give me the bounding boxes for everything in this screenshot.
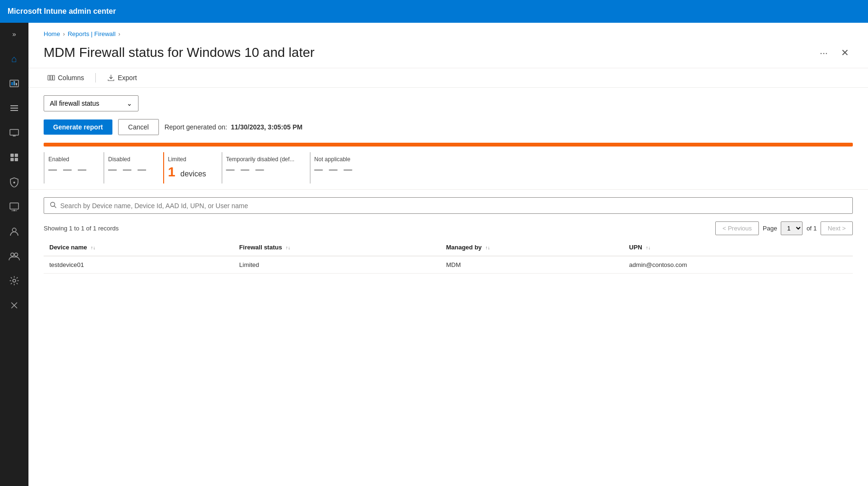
report-date-label: Report generated on: bbox=[165, 123, 227, 131]
stat-enabled-value: — — — bbox=[48, 165, 88, 174]
sidebar-item-close[interactable] bbox=[3, 294, 26, 317]
svg-point-20 bbox=[13, 279, 16, 282]
sidebar-item-settings[interactable] bbox=[3, 269, 26, 292]
sidebar-item-groups[interactable] bbox=[3, 245, 26, 267]
sidebar-item-reports[interactable] bbox=[3, 72, 26, 95]
stat-disabled-value: — — — bbox=[108, 165, 148, 174]
svg-rect-9 bbox=[10, 154, 14, 157]
previous-button[interactable]: < Previous bbox=[715, 221, 759, 235]
stat-temp-disabled: Temporarily disabled (def... — — — bbox=[222, 152, 310, 183]
content-area: Home › Reports | Firewall › MDM Firewall… bbox=[28, 23, 868, 486]
svg-rect-23 bbox=[48, 75, 50, 80]
svg-rect-14 bbox=[10, 203, 18, 209]
toolbar-divider bbox=[95, 73, 96, 83]
svg-point-13 bbox=[13, 182, 15, 183]
sidebar-item-security[interactable] bbox=[3, 171, 26, 193]
col-managed-by-label: Managed by bbox=[446, 244, 481, 251]
breadcrumb-sep-1: › bbox=[63, 31, 65, 37]
firewall-progress-bar bbox=[44, 143, 853, 147]
stat-disabled-label: Disabled bbox=[108, 156, 148, 163]
table-row[interactable]: testdevice01 Limited MDM admin@contoso.c… bbox=[44, 256, 853, 274]
action-row: Generate report Cancel Report generated … bbox=[28, 119, 868, 143]
next-button[interactable]: Next > bbox=[821, 221, 853, 235]
chevron-down-icon: ⌄ bbox=[127, 100, 132, 107]
sidebar: » ⌂ bbox=[0, 23, 28, 486]
breadcrumb-home[interactable]: Home bbox=[44, 30, 60, 37]
sidebar-item-users[interactable] bbox=[3, 220, 26, 243]
report-date: Report generated on: 11/30/2023, 3:05:05… bbox=[165, 123, 303, 131]
of-label: of 1 bbox=[806, 225, 817, 232]
col-device-name-label: Device name bbox=[49, 244, 87, 251]
page-title: MDM Firewall status for Windows 10 and l… bbox=[44, 45, 810, 60]
generate-report-button[interactable]: Generate report bbox=[44, 119, 112, 135]
stat-temp-disabled-value: — — — bbox=[226, 165, 295, 174]
header-more-button[interactable]: ··· bbox=[816, 46, 831, 60]
page-header: MDM Firewall status for Windows 10 and l… bbox=[28, 41, 868, 68]
svg-rect-24 bbox=[50, 75, 52, 80]
app-title: Microsoft Intune admin center bbox=[8, 7, 116, 16]
svg-point-19 bbox=[15, 253, 18, 257]
col-device-name[interactable]: Device name ↑↓ bbox=[44, 239, 233, 256]
header-close-button[interactable]: ✕ bbox=[837, 45, 853, 60]
svg-rect-12 bbox=[15, 158, 18, 161]
sidebar-item-menu[interactable] bbox=[3, 97, 26, 119]
col-firewall-status[interactable]: Firewall status ↑↓ bbox=[233, 239, 440, 256]
sort-firewall-status-icon: ↑↓ bbox=[286, 245, 290, 250]
stat-disabled: Disabled — — — bbox=[103, 152, 163, 183]
stat-limited-label: Limited bbox=[168, 156, 206, 163]
breadcrumb-sep-2: › bbox=[119, 31, 120, 37]
sort-managed-by-icon: ↑↓ bbox=[485, 245, 490, 250]
stat-limited: Limited 1 devices bbox=[163, 152, 222, 183]
svg-rect-2 bbox=[14, 81, 15, 85]
toolbar: Columns Export bbox=[28, 68, 868, 88]
svg-rect-1 bbox=[11, 82, 13, 85]
columns-icon bbox=[47, 74, 55, 82]
main-layout: » ⌂ bbox=[0, 23, 868, 486]
search-input[interactable] bbox=[60, 202, 847, 210]
page-select[interactable]: 1 bbox=[781, 221, 803, 235]
col-upn[interactable]: UPN ↑↓ bbox=[623, 239, 853, 256]
svg-rect-25 bbox=[53, 75, 55, 80]
breadcrumb: Home › Reports | Firewall › bbox=[28, 23, 868, 41]
stat-enabled-label: Enabled bbox=[48, 156, 88, 163]
table-body: testdevice01 Limited MDM admin@contoso.c… bbox=[44, 256, 853, 274]
svg-rect-8 bbox=[13, 136, 16, 137]
stat-not-applicable-value: — — — bbox=[314, 165, 354, 174]
search-icon bbox=[50, 202, 56, 210]
firewall-status-dropdown[interactable]: All firewall status ⌄ bbox=[44, 95, 139, 111]
col-upn-label: UPN bbox=[629, 244, 642, 251]
export-button[interactable]: Export bbox=[103, 72, 140, 83]
export-label: Export bbox=[118, 74, 137, 82]
cancel-button[interactable]: Cancel bbox=[118, 119, 159, 135]
stat-limited-value: 1 devices bbox=[168, 165, 206, 180]
table-header-row: Device name ↑↓ Firewall status ↑↓ Manage… bbox=[44, 239, 853, 256]
sidebar-item-apps[interactable] bbox=[3, 146, 26, 169]
sidebar-collapse-btn[interactable]: » bbox=[9, 27, 20, 42]
cell-managed-by: MDM bbox=[440, 256, 623, 274]
columns-button[interactable]: Columns bbox=[44, 72, 88, 83]
search-box bbox=[44, 197, 853, 214]
cell-firewall-status: Limited bbox=[233, 256, 440, 274]
filter-row: All firewall status ⌄ bbox=[28, 88, 868, 119]
search-section bbox=[28, 190, 868, 218]
stats-row: Enabled — — — Disabled — — — Limited 1 d… bbox=[28, 147, 868, 190]
cell-upn: admin@contoso.com bbox=[623, 256, 853, 274]
stat-temp-disabled-label: Temporarily disabled (def... bbox=[226, 156, 295, 163]
svg-rect-3 bbox=[16, 83, 17, 85]
svg-rect-16 bbox=[11, 211, 17, 211]
breadcrumb-reports[interactable]: Reports | Firewall bbox=[68, 30, 116, 37]
svg-rect-5 bbox=[10, 108, 18, 109]
records-row: Showing 1 to 1 of 1 records < Previous P… bbox=[28, 218, 868, 239]
stat-not-applicable: Not applicable — — — bbox=[310, 152, 369, 183]
pagination: < Previous Page 1 of 1 Next > bbox=[715, 221, 853, 235]
dropdown-value: All firewall status bbox=[50, 100, 99, 107]
columns-label: Columns bbox=[58, 74, 84, 82]
sidebar-item-devices[interactable] bbox=[3, 121, 26, 144]
svg-point-18 bbox=[11, 253, 14, 257]
col-managed-by[interactable]: Managed by ↑↓ bbox=[440, 239, 623, 256]
sidebar-item-home[interactable]: ⌂ bbox=[3, 47, 26, 70]
cell-device-name: testdevice01 bbox=[44, 256, 233, 274]
svg-rect-11 bbox=[10, 158, 14, 161]
col-firewall-status-label: Firewall status bbox=[239, 244, 282, 251]
sidebar-item-monitor[interactable] bbox=[3, 195, 26, 218]
